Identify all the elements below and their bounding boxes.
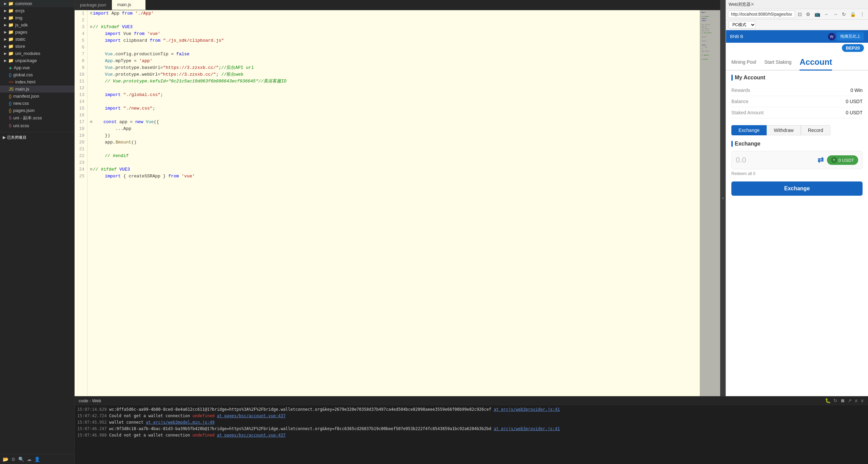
sidebar-item-pages-json[interactable]: {} pages.json <box>0 107 74 114</box>
browser-mode-select[interactable]: PC模式 <box>729 21 756 28</box>
log-link[interactable]: at pages/bsc/account.vue:437 <box>217 433 285 438</box>
sidebar-item-store[interactable]: ▶ 📁 store <box>0 43 74 50</box>
tab-account[interactable]: Account <box>800 56 832 71</box>
lock-button[interactable]: 🔒 <box>849 11 857 18</box>
sidebar-item-manifest-json[interactable]: {} manifest.json <box>0 93 74 100</box>
chevron-right-icon: ▶ <box>4 37 7 41</box>
sidebar-item-unpackage[interactable]: ▶ 📁 unpackage <box>0 57 74 64</box>
console-area: code - Web 🐛 ↻ ⏹ ↗ ∧ ∨ 15:07:14.629 wc:8… <box>75 396 868 464</box>
sidebar-item-uni_modules[interactable]: ▶ 📁 uni_modules <box>0 50 74 57</box>
chevron-right-icon: ▶ <box>3 135 6 140</box>
sidebar-item-static[interactable]: ▶ 📁 static <box>0 36 74 43</box>
folder-open-icon[interactable]: 📂 <box>3 457 8 462</box>
json-file-icon: {} <box>9 94 12 99</box>
settings-button[interactable]: ⚙ <box>805 11 812 18</box>
person-icon[interactable]: 👤 <box>34 457 40 462</box>
more-button[interactable]: ⋮ <box>859 11 866 18</box>
closed-projects-header[interactable]: ▶ 已关闭项目 <box>0 134 74 141</box>
sidebar-item-app-vue[interactable]: ◈ App.vue <box>0 64 74 71</box>
back-button[interactable]: ← <box>823 11 830 18</box>
chevron-right-icon: ▶ <box>4 44 7 48</box>
folder-icon: 📁 <box>8 44 14 49</box>
chevron-right-icon: ▶ <box>4 52 7 55</box>
tab-mining-pool[interactable]: Mining Pool <box>731 58 756 69</box>
address-bar[interactable] <box>728 11 795 18</box>
exchange-input-value[interactable]: 0.0 <box>736 156 814 165</box>
browser-close-button[interactable]: × <box>751 1 754 7</box>
console-prev-button[interactable]: ∧ <box>854 398 858 403</box>
sidebar-item-label: uni.scss <box>13 123 29 128</box>
css-file-icon: {} <box>9 101 12 106</box>
console-refresh-button[interactable]: ↻ <box>833 398 837 403</box>
fold-icon[interactable]: ⊟ <box>90 119 92 125</box>
action-tab-exchange[interactable]: Exchange <box>731 125 767 135</box>
sidebar-item-ercjs[interactable]: ▶ 📁 ercjs <box>0 7 74 14</box>
forward-button[interactable]: → <box>832 11 839 18</box>
fold-icon[interactable]: ⊟ <box>90 166 92 173</box>
balance-row: Balance 0 USDT <box>731 96 863 107</box>
exchange-title: Exchange <box>731 141 863 147</box>
drag-to-top-button[interactable]: 拖拽至此上 <box>837 32 864 41</box>
log-link[interactable]: at ercjs/web3model.min.js:49 <box>146 420 214 425</box>
console-bug-button[interactable]: 🐛 <box>825 398 831 403</box>
collapse-panel-button[interactable]: ‹ <box>720 0 726 396</box>
settings-icon[interactable]: ⚙ <box>11 457 16 462</box>
action-tab-withdraw[interactable]: Withdraw <box>767 125 801 135</box>
log-link[interactable]: at pages/bsc/account.vue:437 <box>217 413 285 418</box>
sidebar-item-new-css[interactable]: {} new.css <box>0 100 74 107</box>
log-link[interactable]: at ercjs/web3provider.js:41 <box>494 407 560 412</box>
log-line: 15:07:14.629 wc:8ffa5d6c-aa99-4b80-8ced-… <box>77 406 865 412</box>
folder-icon: 📁 <box>8 15 14 20</box>
sidebar-item-img[interactable]: ▶ 📁 img <box>0 14 74 21</box>
tab-main-js[interactable]: main.js <box>112 0 146 10</box>
token-logo: T <box>831 157 837 163</box>
browser-content: BNB B W 拖拽至此上 BEP20 <box>726 30 868 396</box>
sidebar-item-label: ercjs <box>15 8 24 13</box>
console-stop-button[interactable]: ⏹ <box>840 398 845 403</box>
exchange-button[interactable]: Exchange <box>731 181 863 196</box>
console-open-external-button[interactable]: ↗ <box>848 398 852 403</box>
sidebar-item-index-html[interactable]: <> index.html <box>0 78 74 85</box>
sidebar-item-common[interactable]: ▶ 📁 common <box>0 0 74 7</box>
wallet-icon: W <box>828 33 835 40</box>
balance-label: Balance <box>731 99 749 104</box>
sidebar-item-label: main.js <box>15 86 29 92</box>
sidebar-item-main-js[interactable]: JS main.js <box>0 85 74 93</box>
log-link[interactable]: at ercjs/web3provider.js:41 <box>494 426 560 431</box>
staked-amount-label: Staked Amount <box>731 110 764 115</box>
sidebar-item-uni-scss2[interactable]: S uni.scss <box>0 122 74 129</box>
action-tab-record[interactable]: Record <box>801 125 830 135</box>
folder-icon: 📁 <box>8 58 14 63</box>
log-line: 15:07:42.724 Could not get a wallet conn… <box>77 413 865 419</box>
tab-start-staking[interactable]: Start Staking <box>764 58 791 69</box>
sidebar-item-uni-scss[interactable]: S uni - 副本.scss <box>0 114 74 122</box>
exchange-input-row[interactable]: 0.0 ⇄ T 0 USDT <box>731 151 863 169</box>
rewards-row: Rewards 0 Win <box>731 85 863 96</box>
fold-icon[interactable]: ⊟ <box>90 24 92 31</box>
open-in-new-tab-button[interactable]: ⊡ <box>796 11 803 18</box>
vue-file-icon: ◈ <box>9 65 12 70</box>
sidebar-item-label: store <box>15 44 25 49</box>
balance-value: 0 USDT <box>846 99 863 104</box>
rewards-value: 0 Win <box>850 88 863 93</box>
tab-package-json[interactable]: package.json <box>75 0 112 10</box>
sidebar-item-label: global.css <box>13 72 33 77</box>
console-next-button[interactable]: ∨ <box>861 398 864 403</box>
token-badge: T 0 USDT <box>827 155 858 165</box>
sidebar-item-label: pages <box>15 30 27 35</box>
chevron-right-icon: ▶ <box>4 16 7 20</box>
sidebar-item-label: static <box>15 37 25 42</box>
folder-icon: 📁 <box>8 22 14 27</box>
refresh-button[interactable]: ↻ <box>841 11 847 18</box>
sidebar-item-global-css[interactable]: {} global.css <box>0 71 74 78</box>
fold-icon[interactable]: ⊟ <box>90 10 92 17</box>
cast-button[interactable]: 📺 <box>813 11 822 18</box>
search-icon[interactable]: 🔍 <box>18 457 24 462</box>
minimap[interactable]: import // #ifndef import import Vue.conf… <box>700 10 720 396</box>
sidebar-item-js_sdk[interactable]: ▶ 📁 js_sdk <box>0 21 74 28</box>
browser-title: Web浏览器 <box>729 1 751 7</box>
sidebar-item-pages[interactable]: ▶ 📁 pages <box>0 28 74 36</box>
rewards-label: Rewards <box>731 88 750 93</box>
code-editor[interactable]: 12345 678910 1112131415 1617181920 21222… <box>75 10 700 396</box>
cloud-icon[interactable]: ☁ <box>27 457 32 462</box>
